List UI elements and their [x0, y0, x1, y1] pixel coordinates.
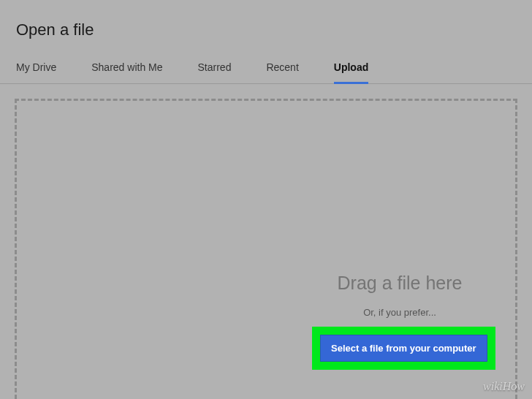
tab-shared-with-me[interactable]: Shared with Me: [91, 56, 162, 83]
tab-my-drive[interactable]: My Drive: [16, 56, 56, 83]
drag-file-text: Drag a file here: [312, 273, 487, 294]
tab-starred[interactable]: Starred: [198, 56, 232, 83]
tab-upload[interactable]: Upload: [334, 56, 368, 83]
tab-recent[interactable]: Recent: [266, 56, 298, 83]
tab-bar: My Drive Shared with Me Starred Recent U…: [0, 56, 532, 84]
highlight-box: Select a file from your computer: [312, 327, 495, 370]
drop-zone[interactable]: Drag a file here Or, if you prefer... Se…: [15, 99, 517, 399]
drop-content: Drag a file here Or, if you prefer... Se…: [312, 273, 487, 370]
or-prefer-text: Or, if you prefer...: [312, 307, 487, 318]
watermark: wikiHow: [483, 380, 525, 393]
dialog-title: Open a file: [0, 0, 532, 56]
select-file-button[interactable]: Select a file from your computer: [320, 335, 487, 362]
